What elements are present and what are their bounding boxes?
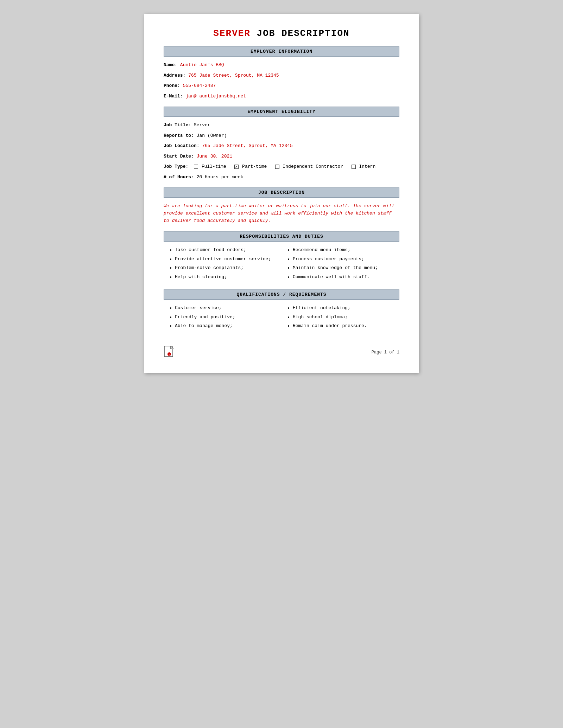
list-item: High school diploma; xyxy=(293,314,399,321)
page-title: SERVER JOB DESCRIPTION xyxy=(164,28,399,39)
intern-label: Intern xyxy=(359,164,375,169)
employer-name-line: Name: Auntie Jan's BBQ xyxy=(164,62,399,69)
job-desc-header: JOB DESCRIPTION xyxy=(164,187,399,198)
phone-label: Phone xyxy=(164,83,177,88)
responsibilities-list: Take customer food orders; Provide atten… xyxy=(164,247,399,282)
hours-line: # of Hours: 20 Hours per week xyxy=(164,174,399,181)
reports-to-line: Reports to: Jan (Owner) xyxy=(164,132,399,139)
job-type-label: Job Type xyxy=(164,164,185,169)
job-description-text: We are looking for a part-time waiter or… xyxy=(164,203,399,224)
fulltime-label: Full-time xyxy=(202,164,226,169)
document-page: SERVER JOB DESCRIPTION EMPLOYER INFORMAT… xyxy=(144,14,419,373)
responsibilities-right: Recommend menu items; Process customer p… xyxy=(282,247,399,282)
list-item: Help with cleaning; xyxy=(175,274,282,281)
list-item: Take customer food orders; xyxy=(175,247,282,254)
title-red-word: SERVER xyxy=(213,28,251,39)
responsibilities-section: RESPONSIBILITIES AND DUTIES Take custome… xyxy=(164,231,399,282)
employer-email-line: E-Mail: jan@ auntiejansbbq.net xyxy=(164,93,399,100)
job-desc-section: JOB DESCRIPTION We are looking for a par… xyxy=(164,187,399,224)
job-location-value: 765 Jade Street, Sprout, MA 12345 xyxy=(202,143,292,148)
fulltime-checkbox xyxy=(194,165,198,169)
list-item: Efficient notetaking; xyxy=(293,305,399,312)
address-label: Address xyxy=(164,73,183,78)
employer-phone-line: Phone: 555-684-2487 xyxy=(164,82,399,89)
list-item: Communicate well with staff. xyxy=(293,274,399,281)
employer-address-line: Address: 765 Jade Street, Sprout, MA 123… xyxy=(164,72,399,79)
hours-label: # of Hours xyxy=(164,174,191,180)
job-title-value: Server xyxy=(194,122,210,128)
start-date-label: Start Date xyxy=(164,154,191,159)
qualifications-header: QUALIFICATIONS / REQUIREMENTS xyxy=(164,289,399,300)
page-number: Page 1 of 1 xyxy=(372,350,399,355)
list-item: Able to manage money; xyxy=(175,323,282,330)
address-value: 765 Jade Street, Sprout, MA 12345 xyxy=(188,73,279,78)
job-title-label: Job Title xyxy=(164,122,188,128)
qualifications-left: Customer service; Friendly and positive;… xyxy=(164,305,282,332)
qualifications-list: Customer service; Friendly and positive;… xyxy=(164,305,399,332)
list-item: Maintain knowledge of the menu; xyxy=(293,264,399,272)
responsibilities-header: RESPONSIBILITIES AND DUTIES xyxy=(164,231,399,242)
job-title-line: Job Title: Server xyxy=(164,122,399,129)
employer-info: Name: Auntie Jan's BBQ Address: 765 Jade… xyxy=(164,62,399,100)
intern-checkbox xyxy=(352,165,356,169)
employer-header: EMPLOYER INFORMATION xyxy=(164,46,399,57)
eligibility-header: EMPLOYMENT ELIGIBILITY xyxy=(164,107,399,117)
email-value: jan@ auntiejansbbq.net xyxy=(185,94,246,99)
name-value: Auntie Jan's BBQ xyxy=(180,62,224,68)
start-date-value: June 30, 2021 xyxy=(197,154,232,159)
list-item: Problem-solve complaints; xyxy=(175,264,282,272)
list-item: Process customer payments; xyxy=(293,256,399,263)
qualifications-right: Efficient notetaking; High school diplom… xyxy=(282,305,399,332)
phone-value: 555-684-2487 xyxy=(183,83,216,88)
eligibility-info: Job Title: Server Reports to: Jan (Owner… xyxy=(164,122,399,180)
list-item: Provide attentive customer service; xyxy=(175,256,282,263)
list-item: Recommend menu items; xyxy=(293,247,399,254)
start-date-line: Start Date: June 30, 2021 xyxy=(164,153,399,160)
reports-to-value: Jan (Owner) xyxy=(197,133,227,138)
svg-text:e: e xyxy=(169,353,170,356)
footer: e Page 1 of 1 xyxy=(164,342,399,359)
list-item: Friendly and positive; xyxy=(175,314,282,321)
parttime-label: Part-time xyxy=(242,164,267,169)
job-location-label: Job Location xyxy=(164,143,197,148)
qualifications-section: QUALIFICATIONS / REQUIREMENTS Customer s… xyxy=(164,289,399,332)
job-type-line: Job Type: Full-time Part-time Independen… xyxy=(164,163,399,170)
contractor-checkbox xyxy=(275,165,279,169)
email-label: E-Mail xyxy=(164,94,180,99)
hours-value: 20 Hours per week xyxy=(197,174,243,180)
parttime-checkbox xyxy=(234,165,239,169)
reports-to-label: Reports to xyxy=(164,133,191,138)
responsibilities-left: Take customer food orders; Provide atten… xyxy=(164,247,282,282)
title-rest: JOB DESCRIPTION xyxy=(251,28,350,39)
list-item: Customer service; xyxy=(175,305,282,312)
job-location-line: Job Location: 765 Jade Street, Sprout, M… xyxy=(164,142,399,149)
document-icon: e xyxy=(164,346,175,359)
contractor-label: Independent Contractor xyxy=(283,164,343,169)
eligibility-section: EMPLOYMENT ELIGIBILITY Job Title: Server… xyxy=(164,107,399,180)
name-label: Name xyxy=(164,62,175,68)
list-item: Remain calm under pressure. xyxy=(293,323,399,330)
employer-section: EMPLOYER INFORMATION Name: Auntie Jan's … xyxy=(164,46,399,100)
